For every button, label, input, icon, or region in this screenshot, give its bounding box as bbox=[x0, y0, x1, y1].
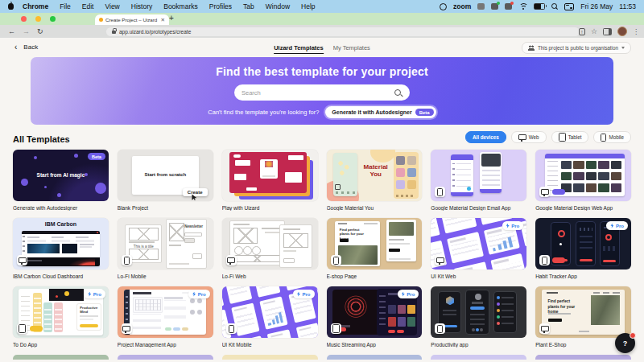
template-thumbnail[interactable]: Start from AI magicBeta bbox=[13, 150, 109, 201]
new-tab-button[interactable]: + bbox=[169, 14, 174, 23]
template-thumbnail[interactable]: Pro bbox=[535, 218, 631, 269]
forward-nav-icon[interactable]: → bbox=[23, 27, 30, 35]
device-filters: All devicesWebTabletMobile bbox=[465, 131, 631, 143]
filter-tablet[interactable]: Tablet bbox=[551, 131, 589, 143]
menu-item-chrome[interactable]: Chrome bbox=[17, 2, 54, 10]
template-card-lo-fi-web[interactable]: Lo-Fi Web bbox=[222, 218, 318, 279]
template-thumbnail[interactable]: Material You bbox=[327, 150, 423, 201]
template-card-generate-with-autodesigner[interactable]: Start from AI magicBetaGenerate with Aut… bbox=[13, 150, 109, 211]
template-thumbnail[interactable]: This is a titleNewsletter bbox=[118, 218, 213, 269]
url-bar[interactable]: app.uizard.io/prototypes/create bbox=[106, 27, 580, 36]
create-button[interactable]: Create bbox=[183, 188, 208, 196]
menu-item-edit[interactable]: Edit bbox=[76, 2, 100, 10]
browser-tab-strip: Create Project – Uizard ✕ + bbox=[0, 13, 644, 25]
generate-autodesigner-button[interactable]: Generate it with Autodesigner Beta bbox=[325, 106, 436, 118]
help-button[interactable]: ? bbox=[615, 333, 635, 353]
menu-item-tab[interactable]: Tab bbox=[237, 2, 260, 10]
template-card-ibm-carbon-cloud-dashboard[interactable]: IBM CarbonIBM Carbon Cloud Dashboard bbox=[13, 218, 109, 279]
template-card-google-material-design-web-app[interactable]: Google Material Design Web App bbox=[535, 150, 631, 211]
record-icon[interactable] bbox=[440, 3, 447, 10]
template-thumbnail[interactable]: Pro bbox=[431, 218, 526, 269]
menu-item-file[interactable]: File bbox=[54, 2, 76, 10]
window-close-button[interactable] bbox=[21, 16, 27, 22]
template-card-to-do-app[interactable]: Productive MindProTo Do App bbox=[13, 286, 109, 348]
card-art-text: Newsletter bbox=[184, 224, 203, 228]
menu-time[interactable]: 11:53 bbox=[619, 2, 636, 10]
control-center-icon[interactable] bbox=[564, 3, 574, 10]
spotlight-search-icon[interactable] bbox=[551, 3, 558, 10]
template-thumbnail[interactable]: Productive MindPro bbox=[13, 286, 109, 338]
apple-menu-icon[interactable] bbox=[8, 3, 14, 10]
wifi-icon[interactable] bbox=[518, 3, 527, 10]
template-thumbnail-partial[interactable] bbox=[118, 355, 213, 360]
template-card-ui-kit-web[interactable]: ProUI Kit Web bbox=[431, 218, 526, 279]
template-thumbnail-partial[interactable] bbox=[431, 355, 526, 360]
back-label: Back bbox=[23, 43, 38, 51]
camera-app-icon[interactable] bbox=[491, 3, 498, 10]
share-icon[interactable]: ↑ bbox=[579, 28, 585, 35]
template-card-google-material-you[interactable]: Material YouGoogle Material You bbox=[327, 150, 423, 211]
menu-item-profiles[interactable]: Profiles bbox=[204, 2, 237, 10]
template-thumbnail[interactable]: Pro bbox=[118, 286, 213, 338]
window-zoom-button[interactable] bbox=[50, 16, 56, 22]
monitor-badge-icon bbox=[539, 187, 550, 197]
project-visibility-button[interactable]: This project is public to organisation bbox=[522, 42, 631, 54]
template-card-e-shop-page[interactable]: Find perfect plants for your homeE-shop … bbox=[327, 218, 423, 279]
template-thumbnail-partial[interactable] bbox=[327, 355, 423, 360]
template-card-blank-project[interactable]: Start from scratchCreateBlank Project bbox=[118, 150, 213, 211]
filter-all-devices[interactable]: All devices bbox=[465, 131, 506, 143]
menu-item-bookmarks[interactable]: Bookmarks bbox=[158, 2, 204, 10]
profile-avatar[interactable] bbox=[617, 27, 627, 36]
battery-icon[interactable] bbox=[534, 3, 545, 10]
tab-uizard-templates[interactable]: Uizard Templates bbox=[274, 44, 324, 54]
back-chevron-icon: ‹ bbox=[14, 44, 17, 51]
lightning-icon bbox=[88, 292, 91, 297]
template-thumbnail-partial[interactable] bbox=[535, 355, 631, 360]
screen-share-icon[interactable] bbox=[477, 3, 485, 10]
template-card-productivity-app[interactable]: Productivity app bbox=[431, 286, 526, 348]
template-card-label: Habit Tracker App bbox=[535, 274, 631, 279]
browser-tab[interactable]: Create Project – Uizard ✕ bbox=[95, 14, 169, 25]
template-thumbnail[interactable]: Find perfect plants for your home bbox=[535, 286, 631, 338]
menu-item-history[interactable]: History bbox=[126, 2, 158, 10]
menu-item-window[interactable]: Window bbox=[260, 2, 295, 10]
notification-app-icon[interactable] bbox=[505, 3, 512, 10]
template-card-habit-tracker-app[interactable]: ProHabit Tracker App bbox=[535, 218, 631, 279]
template-thumbnail-partial[interactable] bbox=[13, 355, 109, 360]
template-thumbnail[interactable] bbox=[431, 286, 526, 338]
template-thumbnail[interactable]: Pro bbox=[222, 286, 318, 338]
template-thumbnail[interactable] bbox=[222, 150, 318, 201]
template-thumbnail[interactable] bbox=[431, 150, 526, 201]
bookmark-star-icon[interactable]: ☆ bbox=[591, 27, 597, 35]
template-thumbnail[interactable] bbox=[535, 150, 631, 201]
zoom-menu-label[interactable]: zoom bbox=[453, 2, 471, 10]
template-thumbnail[interactable]: Find perfect plants for your home bbox=[327, 218, 423, 269]
back-nav-icon[interactable]: ← bbox=[8, 27, 15, 35]
pro-badge: Pro bbox=[606, 221, 628, 230]
menu-date[interactable]: Fri 26 May bbox=[580, 2, 613, 10]
filter-web[interactable]: Web bbox=[511, 131, 547, 143]
menu-item-help[interactable]: Help bbox=[295, 2, 320, 10]
side-panel-icon[interactable] bbox=[603, 28, 612, 35]
browser-menu-icon[interactable]: ⋮ bbox=[633, 28, 639, 35]
template-card-music-streaming-app[interactable]: ProMusic Streaming App bbox=[327, 286, 423, 348]
template-card-google-material-design-email-app[interactable]: Google Material Design Email App bbox=[431, 150, 526, 211]
back-button[interactable]: ‹ Back bbox=[14, 43, 38, 51]
template-thumbnail[interactable]: IBM Carbon bbox=[13, 218, 109, 269]
template-card-project-management-app[interactable]: ProProject Management App bbox=[118, 286, 213, 348]
menu-item-view[interactable]: View bbox=[99, 2, 125, 10]
template-search-input[interactable]: Search bbox=[234, 84, 410, 101]
template-thumbnail[interactable] bbox=[222, 218, 318, 269]
templates-list-header: All Templates All devicesWebTabletMobile bbox=[13, 131, 631, 144]
template-card-play-with-uizard[interactable]: Play with Uizard bbox=[222, 150, 318, 211]
reload-icon[interactable]: ↻ bbox=[37, 27, 43, 35]
window-minimize-button[interactable] bbox=[35, 16, 41, 22]
filter-mobile[interactable]: Mobile bbox=[593, 131, 631, 143]
template-thumbnail-partial[interactable] bbox=[222, 355, 318, 360]
tab-close-icon[interactable]: ✕ bbox=[161, 17, 165, 23]
template-thumbnail[interactable]: Pro bbox=[327, 286, 423, 338]
template-card-ui-kit-mobile[interactable]: ProUI Kit Mobile bbox=[222, 286, 318, 348]
tab-my-templates[interactable]: My Templates bbox=[333, 44, 370, 54]
template-card-lo-fi-mobile[interactable]: This is a titleNewsletterLo-Fi Mobile bbox=[118, 218, 213, 279]
template-thumbnail[interactable]: Start from scratchCreate bbox=[118, 150, 213, 201]
